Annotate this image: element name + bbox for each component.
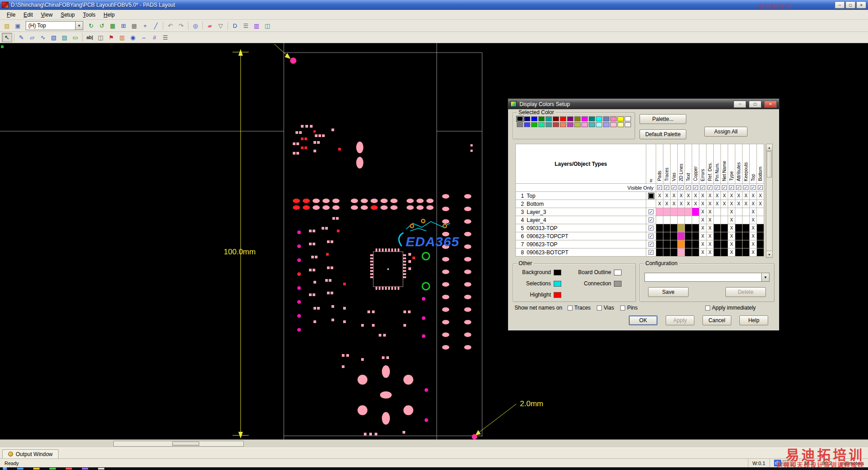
color-grid-cell[interactable]: X: [685, 192, 692, 200]
palette-swatch[interactable]: [574, 116, 581, 121]
eco-icon[interactable]: ◉: [128, 33, 138, 42]
grid-icon[interactable]: ⊞: [118, 21, 129, 31]
palette-swatch[interactable]: [524, 116, 530, 121]
palette-swatch[interactable]: [610, 116, 617, 121]
layer-name[interactable]: 8090623-BOTCPT: [516, 248, 646, 257]
checkbox[interactable]: ✓: [715, 185, 720, 190]
color-grid-cell[interactable]: [714, 232, 721, 240]
layer-hash-cell[interactable]: ✓: [646, 224, 656, 232]
color-grid-cell[interactable]: [656, 208, 663, 216]
color-grid-cell[interactable]: X: [750, 200, 757, 208]
checkbox[interactable]: [568, 306, 573, 310]
checkbox[interactable]: ✓: [649, 217, 653, 222]
palette-swatch[interactable]: [538, 122, 545, 127]
table-scrollbar[interactable]: ▲ ▼: [766, 144, 773, 258]
color-grid-cell[interactable]: [735, 216, 743, 224]
color-grid-cell[interactable]: [757, 216, 764, 224]
color-grid-cell[interactable]: [743, 224, 750, 232]
palette-swatch[interactable]: [596, 122, 602, 127]
layer-name[interactable]: 2Bottom: [516, 200, 646, 208]
color-grid-cell[interactable]: X: [692, 192, 699, 200]
color-grid-cell[interactable]: X: [750, 216, 757, 224]
color-grid-cell[interactable]: X: [728, 248, 735, 257]
net-icon[interactable]: #: [149, 33, 160, 42]
color-grid-cell[interactable]: [656, 240, 663, 248]
color-grid-cell[interactable]: [692, 248, 699, 257]
taskbar-item-1[interactable]: [17, 468, 23, 470]
color-grid-cell[interactable]: X: [750, 232, 757, 240]
eraser-icon[interactable]: ▰: [205, 21, 215, 31]
color-grid-cell[interactable]: X: [757, 192, 764, 200]
board-view-icon[interactable]: ▦: [107, 21, 118, 31]
d-codes-icon[interactable]: D: [230, 21, 240, 31]
cancel-button[interactable]: Cancel: [702, 315, 731, 325]
dialog-minimize-button[interactable]: ─: [734, 101, 746, 108]
layer-name[interactable]: 3Layer_3: [516, 208, 646, 216]
checkbox[interactable]: ✓: [686, 185, 691, 190]
color-grid-cell[interactable]: X: [728, 232, 735, 240]
ime-language-icon[interactable]: 中: [774, 460, 781, 466]
palette-swatch[interactable]: [574, 122, 581, 127]
palette-swatch[interactable]: [546, 116, 552, 121]
color-grid-cell[interactable]: X: [707, 208, 714, 216]
taskbar-item-2[interactable]: [33, 468, 40, 470]
line-tool-icon[interactable]: ╱: [151, 21, 161, 31]
taskbar-item-6[interactable]: [98, 468, 104, 470]
macro-icon[interactable]: ☰: [160, 33, 170, 42]
color-grid-cell[interactable]: [714, 216, 721, 224]
color-grid-cell[interactable]: [656, 216, 663, 224]
palette-swatch[interactable]: [603, 116, 609, 121]
color-grid-cell[interactable]: [663, 232, 671, 240]
color-grid-cell[interactable]: X: [699, 224, 707, 232]
palette-swatch[interactable]: [589, 116, 595, 121]
zoom-icon[interactable]: ◎: [190, 21, 201, 31]
color-grid-cell[interactable]: [685, 224, 692, 232]
filter-icon[interactable]: ▽: [215, 21, 226, 31]
palette-swatch[interactable]: [625, 116, 631, 121]
layer-hash-cell[interactable]: ✓: [646, 216, 656, 224]
dialog-maximize-button[interactable]: ▢: [749, 101, 761, 108]
color-grid-cell[interactable]: [678, 224, 685, 232]
undo-icon[interactable]: ↶: [165, 21, 175, 31]
color-grid-cell[interactable]: [671, 208, 678, 216]
checkbox[interactable]: ✓: [671, 185, 676, 190]
menu-setup[interactable]: Setup: [57, 10, 79, 19]
color-grid-cell[interactable]: [663, 208, 671, 216]
background-color-swatch[interactable]: [554, 270, 561, 275]
chevron-down-icon[interactable]: ▼: [75, 22, 83, 30]
checkbox[interactable]: ✓: [649, 209, 653, 214]
color-grid-cell[interactable]: [714, 240, 721, 248]
photo-view-icon[interactable]: ▩: [129, 21, 139, 31]
layer-selector[interactable]: (H) Top ▼: [26, 21, 83, 30]
layer-name[interactable]: 6090623-TOPCPT: [516, 232, 646, 240]
color-grid-cell[interactable]: X: [699, 248, 707, 257]
color-grid-cell[interactable]: X: [707, 200, 714, 208]
color-grid-cell[interactable]: [678, 216, 685, 224]
menu-view[interactable]: View: [37, 10, 57, 19]
color-grid-cell[interactable]: [671, 216, 678, 224]
open-file-icon[interactable]: ▨: [2, 21, 12, 31]
color-grid-cell[interactable]: [685, 248, 692, 257]
color-grid-cell[interactable]: [692, 240, 699, 248]
redo-icon[interactable]: ↷: [176, 21, 186, 31]
palette-swatch[interactable]: [553, 116, 559, 121]
color-grid-cell[interactable]: [714, 224, 721, 232]
apply-immediately-checkbox[interactable]: [705, 306, 710, 310]
palette-swatch[interactable]: [560, 116, 566, 121]
route-icon[interactable]: ∿: [38, 33, 48, 42]
color-grid-cell[interactable]: [743, 248, 750, 257]
color-grid-cell[interactable]: [671, 224, 678, 232]
text-tool-icon[interactable]: ab|: [85, 33, 95, 42]
palette-swatch[interactable]: [531, 116, 537, 121]
menu-edit[interactable]: Edit: [19, 10, 37, 19]
layer-name[interactable]: 5090313-TOP: [516, 224, 646, 232]
color-grid-cell[interactable]: [678, 248, 685, 257]
color-grid-cell[interactable]: [678, 232, 685, 240]
layer-hash-cell[interactable]: ✓: [646, 248, 656, 257]
layers-icon[interactable]: ▥: [251, 21, 262, 31]
error-marker-icon[interactable]: ⚑: [106, 33, 116, 42]
color-grid-cell[interactable]: [721, 240, 728, 248]
minimize-button[interactable]: ─: [835, 1, 845, 9]
color-grid-cell[interactable]: X: [692, 200, 699, 208]
board-outline-icon[interactable]: ▭: [70, 33, 81, 42]
